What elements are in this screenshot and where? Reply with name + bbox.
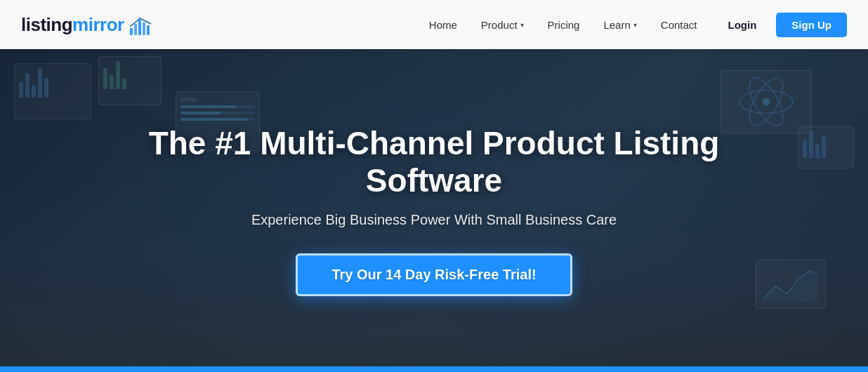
logo-text-listing: listing [21,14,72,36]
nav-contact[interactable]: Contact [651,13,707,36]
bottom-accent-strip [0,366,868,372]
svg-rect-8 [138,20,141,35]
navbar: listing mirror Home Product ▾ Pricing [0,0,868,49]
logo-text-mirror: mirror [72,14,124,36]
svg-rect-7 [134,24,137,35]
cta-button[interactable]: Try Our 14 Day Risk-Free Trial! [296,253,572,296]
signup-button[interactable]: Sign Up [776,13,847,37]
product-chevron-icon: ▾ [520,21,524,29]
svg-rect-9 [143,22,145,35]
nav-product[interactable]: Product ▾ [471,13,534,36]
nav-home[interactable]: Home [419,13,467,36]
learn-chevron-icon: ▾ [633,21,637,29]
svg-rect-6 [130,28,133,35]
nav-learn[interactable]: Learn ▾ [593,13,646,36]
hero-content: The #1 Multi-Channel Product Listing Sof… [0,49,868,372]
logo-icon [127,11,154,38]
hero-subtitle: Experience Big Business Power With Small… [251,212,617,228]
logo[interactable]: listing mirror [21,11,154,38]
hero-section: 100% listing mirror [0,0,868,372]
nav-pricing[interactable]: Pricing [538,13,590,36]
hero-title: The #1 Multi-Channel Product Listing Sof… [118,125,750,199]
nav-links: Home Product ▾ Pricing Learn ▾ Contact L… [419,13,847,37]
login-button[interactable]: Login [716,13,770,36]
svg-rect-10 [147,25,150,35]
